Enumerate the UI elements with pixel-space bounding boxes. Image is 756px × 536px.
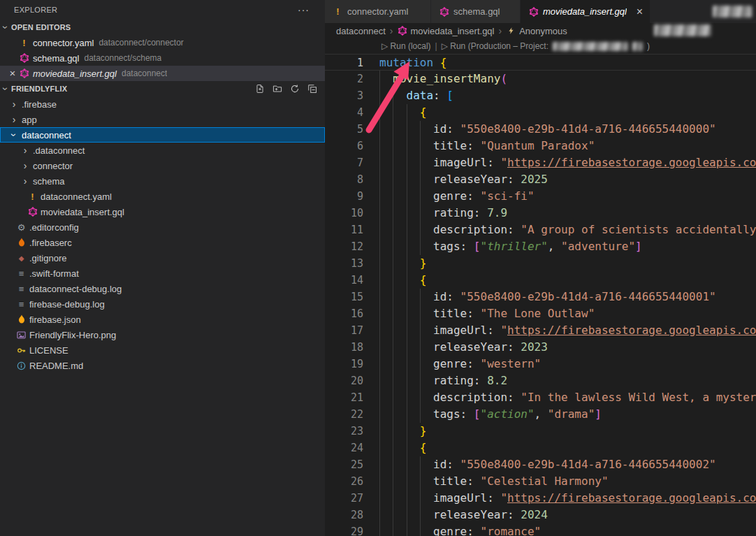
tree-item-.swift-format[interactable]: ≡.swift-format xyxy=(0,266,325,281)
code-line-22[interactable]: 22 tags: ["action", "drama"] xyxy=(325,406,756,423)
tree-item-dataconnect.yaml[interactable]: !dataconnect.yaml xyxy=(0,189,325,204)
flame-icon xyxy=(15,314,27,324)
tree-item-schema[interactable]: ›schema xyxy=(0,173,325,189)
code-line-19[interactable]: 19 genre: "western" xyxy=(325,356,756,372)
code-line-11[interactable]: 11 description: "A group of scientists a… xyxy=(325,222,756,238)
close-icon[interactable]: × xyxy=(7,68,18,79)
code-line-20[interactable]: 20 rating: 8.2 xyxy=(325,372,756,389)
code-line-6[interactable]: 6 title: "Quantum Paradox" xyxy=(325,138,756,154)
code-line-28[interactable]: 28 releaseYear: 2024 xyxy=(325,507,756,523)
breadcrumb-separator: › xyxy=(498,25,502,36)
close-icon[interactable]: × xyxy=(637,6,643,17)
line-number: 6 xyxy=(325,138,363,154)
code-text: mutation { xyxy=(363,55,446,70)
warning-icon: ! xyxy=(18,38,30,48)
graphql-icon xyxy=(18,53,30,63)
breadcrumb-symbol[interactable]: Anonymous xyxy=(506,26,567,36)
code-line-18[interactable]: 18 releaseYear: 2023 xyxy=(325,339,756,356)
code-text: rating: 7.9 xyxy=(363,205,507,222)
line-number: 11 xyxy=(325,222,363,238)
codelens-divider: | xyxy=(435,41,437,51)
code-editor[interactable]: 1mutation {2 movie_insertMany(3 data: [4… xyxy=(325,54,756,536)
line-number: 8 xyxy=(325,171,363,188)
chevron-right-icon: › xyxy=(20,145,31,156)
tree-item-LICENSE[interactable]: LICENSE xyxy=(0,342,325,358)
line-number: 12 xyxy=(325,238,363,255)
code-text: title: "The Lone Outlaw" xyxy=(363,305,595,322)
code-text: movie_insertMany( xyxy=(363,71,507,87)
code-line-27[interactable]: 27 imageUrl: "https://firebasestorage.go… xyxy=(325,490,756,507)
tree-item-FriendlyFlix-Hero.png[interactable]: FriendlyFlix-Hero.png xyxy=(0,327,325,342)
tree-item-label: .firebaserc xyxy=(29,238,72,248)
code-line-5[interactable]: 5 id: "550e8400-e29b-41d4-a716-446655440… xyxy=(325,121,756,138)
breadcrumb-file[interactable]: moviedata_insert.gql xyxy=(398,26,495,36)
tab-schema-gql[interactable]: schema.gql xyxy=(431,0,521,23)
code-text: genre: "sci-fi" xyxy=(363,188,535,205)
tree-item-.gitignore[interactable]: ◆.gitignore xyxy=(0,250,325,266)
run-local-link[interactable]: ▷ Run (local) xyxy=(381,41,431,51)
refresh-icon[interactable] xyxy=(289,83,300,94)
code-line-7[interactable]: 7 imageUrl: "https://firebasestorage.goo… xyxy=(325,154,756,171)
more-actions-icon[interactable]: ··· xyxy=(298,4,310,15)
code-text: rating: 8.2 xyxy=(363,372,507,389)
code-line-9[interactable]: 9 genre: "sci-fi" xyxy=(325,188,756,205)
tree-item-.editorconfig[interactable]: ⚙.editorconfig xyxy=(0,219,325,235)
tree-item-label: dataconnect-debug.log xyxy=(29,284,122,294)
line-number: 16 xyxy=(325,305,363,322)
tree-item-.firebaserc[interactable]: .firebaserc xyxy=(0,235,325,250)
tree-item-connector[interactable]: ›connector xyxy=(0,158,325,173)
code-line-14[interactable]: 14 { xyxy=(325,272,756,289)
code-text: description: "In the lawless Wild West, … xyxy=(363,389,756,406)
code-line-26[interactable]: 26 title: "Celestial Harmony" xyxy=(325,473,756,490)
tree-item-dataconnect-debug.log[interactable]: ≡dataconnect-debug.log xyxy=(0,281,325,296)
line-number: 19 xyxy=(325,356,363,372)
open-editors-header[interactable]: › OPEN EDITORS xyxy=(0,20,325,35)
code-line-23[interactable]: 23 } xyxy=(325,423,756,440)
tree-item-label: README.md xyxy=(29,361,83,371)
code-line-2[interactable]: 2 movie_insertMany( xyxy=(325,71,756,87)
run-production-link[interactable]: ▷ Run (Production – Project: xyxy=(442,41,548,51)
tree-item-dataconnect[interactable]: ›dataconnect xyxy=(0,127,325,143)
code-line-12[interactable]: 12 tags: ["thriller", "adventure"] xyxy=(325,238,756,255)
code-line-25[interactable]: 25 id: "550e8400-e29b-41d4-a716-44665544… xyxy=(325,456,756,473)
code-line-16[interactable]: 16 title: "The Lone Outlaw" xyxy=(325,305,756,322)
tree-item-.dataconnect[interactable]: ›.dataconnect xyxy=(0,143,325,158)
chevron-down-icon: › xyxy=(0,83,11,94)
line-number: 25 xyxy=(325,456,363,473)
code-line-17[interactable]: 17 imageUrl: "https://firebasestorage.go… xyxy=(325,322,756,339)
open-editor-moviedata_insert.gql[interactable]: ×moviedata_insert.gqldataconnect xyxy=(0,66,325,81)
new-file-icon[interactable] xyxy=(254,83,266,94)
tree-item-label: schema xyxy=(33,176,65,187)
code-line-24[interactable]: 24 { xyxy=(325,440,756,456)
code-text: id: "550e8400-e29b-41d4-a716-44665544000… xyxy=(363,456,716,473)
open-editor-schema.gql[interactable]: schema.gqldataconnect/schema xyxy=(0,50,325,66)
code-line-1[interactable]: 1mutation { xyxy=(325,54,756,71)
tree-item-firebase.json[interactable]: firebase.json xyxy=(0,312,325,327)
breadcrumb-folder[interactable]: dataconnect xyxy=(336,26,386,36)
code-text: releaseYear: 2024 xyxy=(363,507,548,523)
tree-item-firebase-debug.log[interactable]: ≡firebase-debug.log xyxy=(0,296,325,312)
code-line-4[interactable]: 4 { xyxy=(325,104,756,121)
open-editors-label: OPEN EDITORS xyxy=(11,23,71,31)
tree-item-README.md[interactable]: README.md xyxy=(0,358,325,373)
new-folder-icon[interactable] xyxy=(272,83,283,94)
code-line-13[interactable]: 13 } xyxy=(325,255,756,272)
code-line-15[interactable]: 15 id: "550e8400-e29b-41d4-a716-44665544… xyxy=(325,289,756,305)
tree-item-label: .gitignore xyxy=(29,253,66,263)
code-line-8[interactable]: 8 releaseYear: 2025 xyxy=(325,171,756,188)
tree-item-moviedata_insert.gql[interactable]: moviedata_insert.gql xyxy=(0,204,325,219)
line-number: 23 xyxy=(325,423,363,440)
workspace-header[interactable]: › FRIENDLYFLIX xyxy=(0,81,325,96)
tree-item-label: dataconnect xyxy=(22,130,71,140)
code-line-3[interactable]: 3 data: [ xyxy=(325,87,756,104)
tree-item-.firebase[interactable]: ›.firebase xyxy=(0,96,325,112)
code-line-10[interactable]: 10 rating: 7.9 xyxy=(325,205,756,222)
lines-icon: ≡ xyxy=(15,299,27,310)
code-line-21[interactable]: 21 description: "In the lawless Wild Wes… xyxy=(325,389,756,406)
tab-moviedata-insert-gql[interactable]: moviedata_insert.gql × xyxy=(521,0,650,23)
collapse-all-icon[interactable] xyxy=(307,83,318,94)
tree-item-app[interactable]: ›app xyxy=(0,112,325,127)
open-editor-connector.yaml[interactable]: !connector.yamldataconnect/connector xyxy=(0,35,325,50)
code-line-29[interactable]: 29 genre: "romance" xyxy=(325,523,756,536)
tab-connector-yaml[interactable]: ! connector.yaml xyxy=(325,0,431,23)
